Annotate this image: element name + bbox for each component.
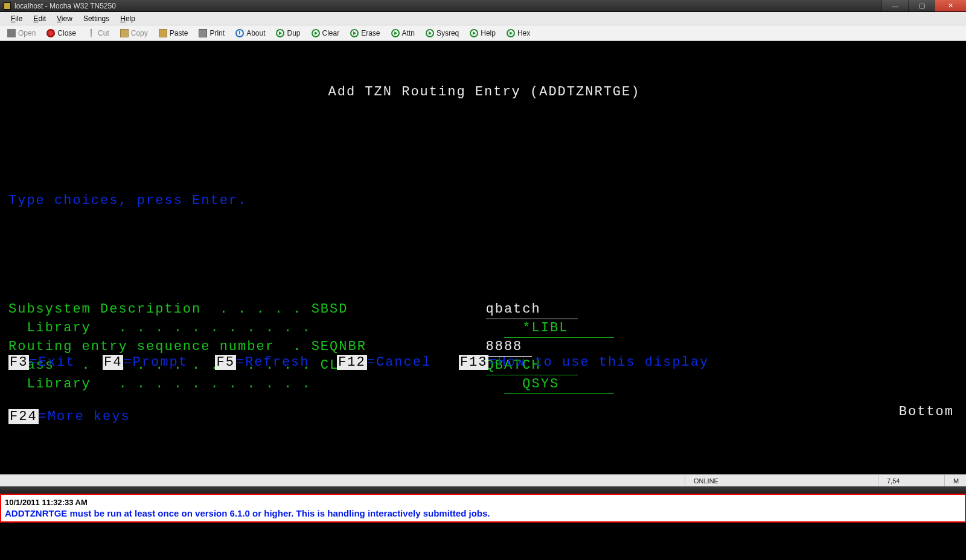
taskbar-strip xyxy=(0,486,966,494)
window-close-button[interactable]: ✕ xyxy=(935,0,966,11)
terminal-screen[interactable]: Add TZN Routing Entry (ADDTZNRTGE) Type … xyxy=(0,41,966,474)
screen-instruction: Type choices, press Enter. xyxy=(8,192,960,210)
toolbar: Open Close Cut Copy Paste Print About Du… xyxy=(0,25,966,41)
toolbar-clear[interactable]: Clear xyxy=(309,28,342,39)
toolbar-open[interactable]: Open xyxy=(5,28,38,39)
fkey-f5[interactable]: F5 xyxy=(215,355,235,370)
message-command: ADDTZNRTGE xyxy=(5,508,67,518)
page-indicator: Bottom xyxy=(899,403,954,421)
fkey-label: =Prompt xyxy=(123,355,215,370)
close-icon xyxy=(46,29,55,37)
menu-help[interactable]: Help xyxy=(115,13,140,24)
play-icon xyxy=(391,29,400,37)
paste-icon xyxy=(159,29,167,37)
print-icon xyxy=(199,29,207,37)
field-value[interactable]: qbatch xyxy=(486,301,578,319)
window-titlebar: localhost - Mocha W32 TN5250 — ▢ ✕ xyxy=(0,0,966,12)
field-label: Subsystem Description . . . . . SBSD xyxy=(8,301,486,319)
menubar: File Edit View Settings Help xyxy=(0,12,966,25)
toolbar-print[interactable]: Print xyxy=(196,28,227,39)
app-icon xyxy=(4,2,11,10)
toolbar-attn[interactable]: Attn xyxy=(389,28,417,39)
fkey-label: =Exit xyxy=(29,355,103,370)
window-maximize-button[interactable]: ▢ xyxy=(908,0,935,11)
play-icon xyxy=(312,29,320,37)
fkey-label: =More keys xyxy=(39,409,130,424)
toolbar-erase[interactable]: Erase xyxy=(348,28,382,39)
fkey-f12[interactable]: F12 xyxy=(337,355,367,370)
toolbar-cut[interactable]: Cut xyxy=(85,28,112,39)
message-text: must be run at least once on version 6.1… xyxy=(67,508,490,518)
play-icon xyxy=(470,29,478,37)
function-keys: F3=Exit F4=Prompt F5=Refresh F12=Cancel … xyxy=(8,317,709,462)
open-icon xyxy=(7,29,16,37)
message-box: 10/1/2011 11:32:33 AM ADDTZNRTGE must be… xyxy=(0,494,966,523)
toolbar-close[interactable]: Close xyxy=(44,28,78,39)
play-icon xyxy=(350,29,359,37)
toolbar-sysreq[interactable]: Sysreq xyxy=(423,28,461,39)
menu-edit[interactable]: Edit xyxy=(28,13,51,24)
copy-icon xyxy=(120,29,129,37)
screen-title: Add TZN Routing Entry (ADDTZNRTGE) xyxy=(8,83,960,101)
window-title: localhost - Mocha W32 TN5250 xyxy=(14,2,116,10)
field-row: Subsystem Description . . . . . SBSD qba… xyxy=(8,301,960,319)
toolbar-help[interactable]: Help xyxy=(467,28,498,39)
fkey-label: =How to use this display xyxy=(488,355,709,370)
fkey-label: =Cancel xyxy=(367,355,459,370)
menu-file[interactable]: File xyxy=(6,13,27,24)
play-icon xyxy=(507,29,515,37)
fkey-f4[interactable]: F4 xyxy=(103,355,123,370)
toolbar-about[interactable]: About xyxy=(233,28,267,39)
fkey-f3[interactable]: F3 xyxy=(8,355,29,370)
toolbar-dup[interactable]: Dup xyxy=(273,28,302,39)
window-minimize-button[interactable]: — xyxy=(881,0,908,11)
toolbar-paste[interactable]: Paste xyxy=(156,28,191,39)
play-icon xyxy=(276,29,284,37)
menu-settings[interactable]: Settings xyxy=(78,13,114,24)
about-icon xyxy=(235,29,244,37)
fkey-f24[interactable]: F24 xyxy=(8,409,39,424)
play-icon xyxy=(426,29,434,37)
menu-view[interactable]: View xyxy=(52,13,77,24)
fkey-f13[interactable]: F13 xyxy=(459,355,489,370)
fkey-label: =Refresh xyxy=(236,355,337,370)
toolbar-copy[interactable]: Copy xyxy=(118,28,150,39)
message-timestamp: 10/1/2011 11:32:33 AM xyxy=(5,497,961,508)
toolbar-hex[interactable]: Hex xyxy=(504,28,533,39)
cut-icon xyxy=(87,29,95,37)
message-body: ADDTZNRTGE must be run at least once on … xyxy=(5,508,961,519)
